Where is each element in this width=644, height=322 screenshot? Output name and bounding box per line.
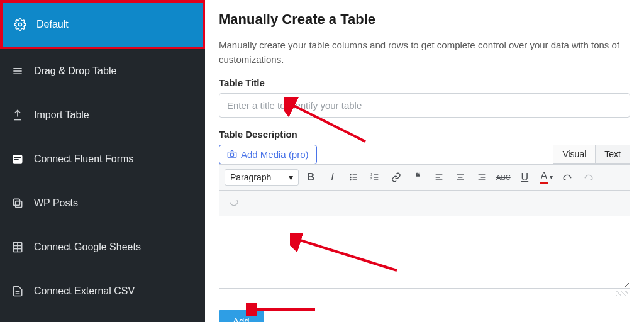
format-select-label: Paragraph (230, 172, 271, 182)
sidebar: Default Drag & Drop Table Import Table C… (0, 0, 205, 322)
svg-point-18 (350, 177, 351, 177)
tab-visual[interactable]: Visual (553, 145, 595, 164)
sidebar-item-label: Connect External CSV (34, 286, 135, 297)
camera-icon (227, 149, 237, 159)
upload-icon (11, 109, 24, 121)
align-left-button[interactable] (430, 169, 448, 186)
table-title-input[interactable] (219, 93, 630, 118)
clear-formatting-button[interactable] (558, 169, 577, 186)
sidebar-item-label: Default (36, 19, 69, 30)
chevron-down-icon: ▾ (289, 172, 293, 182)
page-description: Manually create your table columns and r… (219, 38, 630, 67)
redo-button[interactable] (225, 194, 243, 212)
sidebar-item-drag-drop[interactable]: Drag & Drop Table (0, 49, 205, 93)
svg-point-16 (230, 153, 233, 157)
svg-rect-6 (14, 159, 19, 160)
editor-toolbar-row2 (219, 191, 630, 216)
underline-button[interactable]: U (515, 169, 534, 186)
sidebar-item-label: Connect Google Sheets (34, 242, 141, 253)
sidebar-item-default[interactable]: Default (0, 0, 205, 49)
svg-rect-5 (14, 157, 21, 158)
align-right-button[interactable] (472, 169, 491, 186)
table-description-label: Table Description (219, 129, 630, 140)
sidebar-item-label: Drag & Drop Table (34, 65, 116, 77)
sidebar-item-label: Connect Fluent Forms (34, 153, 133, 165)
undo-button[interactable] (579, 169, 598, 186)
svg-text:3: 3 (371, 178, 373, 181)
add-button[interactable]: Add (219, 310, 264, 323)
editor-mode-tabs: Visual Text (553, 145, 630, 164)
chevron-down-icon: ▾ (550, 174, 553, 180)
sidebar-item-google-sheets[interactable]: Connect Google Sheets (0, 225, 205, 269)
tab-text[interactable]: Text (595, 145, 630, 164)
link-button[interactable] (387, 169, 406, 186)
svg-point-0 (19, 23, 22, 26)
align-center-button[interactable] (451, 169, 470, 186)
sidebar-item-sql-query[interactable]: Custom SQL Query (0, 313, 205, 322)
sidebar-item-external-csv[interactable]: Connect External CSV (0, 269, 205, 313)
svg-rect-7 (16, 201, 22, 208)
table-title-label: Table Title (219, 77, 630, 88)
page-title: Manually Create a Table (219, 11, 630, 28)
file-icon (11, 285, 24, 297)
numbered-list-button[interactable]: 123 (365, 169, 384, 186)
sidebar-item-label: WP Posts (34, 197, 78, 209)
svg-point-19 (350, 179, 351, 180)
format-select[interactable]: Paragraph ▾ (225, 169, 299, 186)
strikethrough-button[interactable]: ABC (494, 169, 513, 186)
gear-icon (14, 18, 26, 31)
main-content: Manually Create a Table Manually create … (205, 0, 644, 322)
quote-button[interactable]: ❝ (408, 169, 427, 186)
spreadsheet-icon (11, 241, 24, 253)
list-icon (11, 65, 24, 77)
svg-point-17 (350, 174, 351, 175)
copy-icon (11, 197, 24, 209)
bold-button[interactable]: B (301, 169, 320, 186)
editor-toolbar: Paragraph ▾ B I 123 ❝ AB (219, 164, 630, 191)
resize-grip[interactable] (219, 291, 630, 296)
form-icon (11, 153, 24, 165)
table-description-editor[interactable] (219, 216, 630, 289)
add-media-label: Add Media (pro) (241, 149, 309, 160)
svg-rect-8 (13, 199, 19, 205)
sidebar-item-import[interactable]: Import Table (0, 93, 205, 137)
add-media-button[interactable]: Add Media (pro) (219, 145, 317, 164)
sidebar-item-wp-posts[interactable]: WP Posts (0, 181, 205, 225)
bullet-list-button[interactable] (344, 169, 363, 186)
text-color-button[interactable]: A▾ (536, 169, 555, 186)
sidebar-item-label: Import Table (34, 109, 89, 121)
italic-button[interactable]: I (323, 169, 341, 186)
sidebar-item-fluent-forms[interactable]: Connect Fluent Forms (0, 137, 205, 181)
